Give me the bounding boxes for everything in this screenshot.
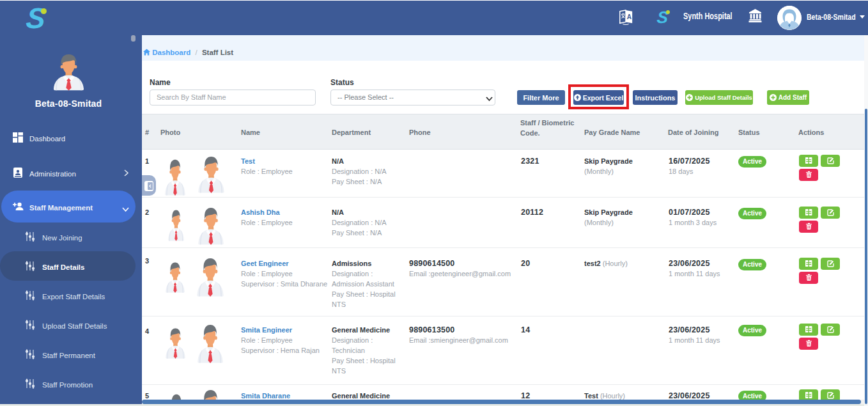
svg-text:A: A xyxy=(627,13,632,20)
